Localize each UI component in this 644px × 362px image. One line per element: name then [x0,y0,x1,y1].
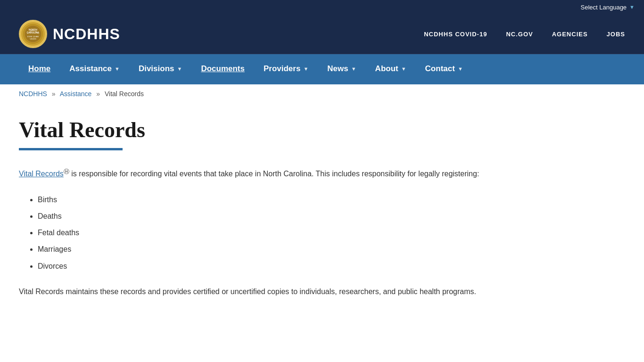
nav-contact[interactable]: Contact ▼ [416,54,472,84]
breadcrumb-current: Vital Records [105,90,144,98]
external-icon: Ⓗ [64,168,69,175]
list-item-marriages: Marriages [38,241,547,257]
site-name: NCDHHS [53,25,120,43]
nav-providers[interactable]: Providers ▼ [254,54,318,84]
select-language-label: Select Language [581,4,627,11]
nav-divisions[interactable]: Divisions ▼ [129,54,191,84]
breadcrumb-assistance[interactable]: Assistance [60,90,92,98]
assistance-chevron-icon: ▼ [115,66,120,72]
news-chevron-icon: ▼ [351,66,356,72]
agencies-link[interactable]: AGENCIES [552,31,588,38]
breadcrumb-sep-1: » [52,90,56,98]
page-title: Vital Records [19,117,547,142]
list-item-divorces: Divorces [38,258,547,274]
nc-seal-logo: NORTH CAROLINA ESSE QUAM VIDERI [19,20,47,48]
providers-chevron-icon: ▼ [303,66,308,72]
title-underline [19,148,123,150]
nav-about[interactable]: About ▼ [366,54,416,84]
breadcrumb-sep-2: » [96,90,100,98]
main-content: Vital Records Vital RecordsⒽ is responsi… [0,103,566,326]
intro-paragraph: Vital RecordsⒽ is responsible for record… [19,167,547,180]
vital-records-list: Births Deaths Fetal deaths Marriages Div… [19,191,547,274]
logo-area: NORTH CAROLINA ESSE QUAM VIDERI NCDHHS [19,20,120,48]
nav-news[interactable]: News ▼ [318,54,365,84]
nav-home[interactable]: Home [19,54,60,84]
breadcrumb: NCDHHS » Assistance » Vital Records [0,84,644,103]
list-item-deaths: Deaths [38,208,547,224]
contact-chevron-icon: ▼ [458,66,463,72]
top-bar: Select Language ▼ [0,0,644,14]
language-selector[interactable]: Select Language ▼ [581,4,635,11]
language-chevron-icon: ▼ [629,4,635,10]
main-nav: Home Assistance ▼ Divisions ▼ Documents … [0,54,644,84]
nav-assistance[interactable]: Assistance ▼ [60,54,129,84]
vital-records-link[interactable]: Vital Records [19,170,64,178]
header-links: NCDHHS COVID-19 NC.GOV AGENCIES JOBS [424,31,625,38]
divisions-chevron-icon: ▼ [177,66,182,72]
about-chevron-icon: ▼ [401,66,406,72]
list-item-births: Births [38,191,547,208]
svg-text:VIDERI: VIDERI [30,38,36,40]
footer-paragraph: Vital Records maintains these records an… [19,286,547,298]
covid-link[interactable]: NCDHHS COVID-19 [424,31,487,38]
nav-documents[interactable]: Documents [191,54,254,84]
list-item-fetal-deaths: Fetal deaths [38,224,547,241]
site-header: NORTH CAROLINA ESSE QUAM VIDERI NCDHHS N… [0,14,644,54]
intro-text-body: is responsible for recording vital event… [69,170,479,178]
breadcrumb-ncdhhs[interactable]: NCDHHS [19,90,47,98]
ncgov-link[interactable]: NC.GOV [506,31,533,38]
jobs-link[interactable]: JOBS [607,31,625,38]
